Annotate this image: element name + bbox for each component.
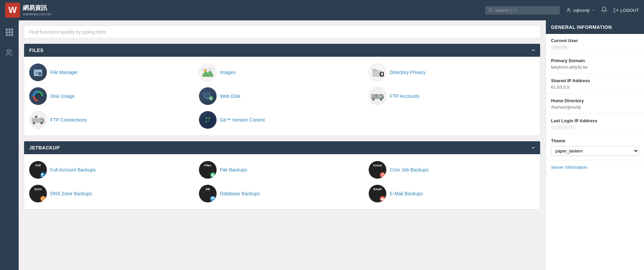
svg-point-77 [211,197,215,199]
disk-usage-link[interactable]: Disk Usage [50,93,75,99]
list-item[interactable]: Git™ Version Control [199,111,365,129]
ftp-connections-icon [29,111,47,129]
svg-marker-39 [380,94,384,96]
svg-marker-48 [40,118,44,120]
files-collapse-button[interactable]: − [532,47,535,53]
list-item[interactable]: Zone DNS Zone Backups [29,185,196,202]
svg-rect-29 [204,93,210,97]
svg-point-42 [373,99,374,100]
search-input[interactable] [495,8,556,13]
list-item[interactable]: Email E-Mail Backups [369,185,535,202]
svg-rect-10 [34,69,38,71]
email-backup-icon: Email [369,185,386,202]
sidebar-item-users[interactable] [3,46,16,59]
right-panel-title: GENERAL INFORMATION [546,20,644,34]
email-backup-link[interactable]: E-Mail Backups [390,191,423,196]
git-icon [199,111,217,129]
right-panel: GENERAL INFORMATION Current User cqhnvnj… [546,20,644,270]
theme-label: Theme [551,138,639,143]
svg-point-60 [205,121,207,123]
ftp-connections-link[interactable]: FTP Connections [50,117,87,123]
jetbackup-section-header: JETBACKUP − [24,141,540,154]
server-info-section: Server Information [546,160,644,174]
git-link[interactable]: Git™ Version Control [220,117,265,123]
jetbackup-section-body: Full Full Account Backups Files [24,154,540,209]
dns-backup-link[interactable]: DNS Zone Backups [50,191,92,196]
files-section: FILES − [24,43,540,136]
jetbackup-section-title: JETBACKUP [29,145,60,150]
cron-backup-link[interactable]: Cron Job Backups [390,167,428,173]
svg-line-3 [492,11,492,12]
ftp-accounts-link[interactable]: FTP Accounts [390,93,419,99]
primary-domain-label: Primary Domain [551,58,639,63]
list-item[interactable]: Disk Usage [29,87,196,105]
svg-text:W: W [8,5,17,15]
disk-usage-icon [29,87,47,105]
logout-label: LOGOUT [620,8,639,13]
info-theme: Theme paper_lantern [546,134,644,160]
list-item[interactable]: FTP Connections [29,111,196,129]
list-item[interactable]: Crons Cron Job Backups [369,161,535,179]
jetbackup-collapse-button[interactable]: − [532,145,535,151]
directory-privacy-icon [369,64,386,81]
server-info-link[interactable]: Server Information [551,165,587,170]
dns-backup-icon: Zone [29,185,47,202]
info-shared-ip: Shared IP Address 61.63.3.5 [546,74,644,94]
db-backup-link[interactable]: Database Backups [220,191,260,196]
svg-rect-40 [380,96,382,98]
file-manager-icon [29,64,47,81]
current-user-value: cqhnvnjl [551,44,639,50]
full-backup-icon: Full [29,161,47,179]
files-section-body: File Manager Images [24,57,540,136]
search-box[interactable] [485,6,560,15]
list-item[interactable]: FTP Accounts [369,87,535,105]
images-link[interactable]: Images [220,70,236,75]
logout-button[interactable]: LOGOUT [613,7,639,13]
list-item[interactable]: Images [199,64,365,81]
home-dir-value: /home/cqhnvnjl [551,105,639,110]
bell-icon [601,6,607,13]
theme-select[interactable]: paper_lantern [551,146,639,156]
svg-point-2 [489,8,492,11]
files-section-header: FILES − [24,44,540,57]
jetbackup-section: JETBACKUP − Full Full Account Backups [24,141,540,210]
sidebar-item-grid[interactable] [3,25,16,39]
list-item[interactable]: Files File Backups [199,161,365,179]
list-item[interactable]: Directory Privacy [369,64,535,81]
shared-ip-value: 61.63.3.5 [551,85,639,90]
file-manager-link[interactable]: File Manager [50,70,78,75]
info-primary-domain: Primary Domain fairyhorn.why3s.tw [546,54,644,74]
web-disk-link[interactable]: Web Disk [220,93,240,99]
svg-rect-11 [35,72,41,73]
ftp-accounts-icon [369,87,386,105]
grid-icon [6,29,13,36]
svg-rect-25 [381,74,383,76]
file-backup-link[interactable]: File Backups [220,167,247,173]
svg-rect-31 [205,98,209,99]
main-layout: FILES − [0,20,644,270]
list-item[interactable]: DB Database Backups [199,185,365,202]
svg-rect-16 [40,73,41,74]
list-item[interactable]: ● Web Disk [199,87,365,105]
user-icon [566,7,571,13]
list-item[interactable]: Full Full Account Backups [29,161,196,179]
header-right: cqhnvnjl LOGOUT [485,6,639,15]
primary-domain-value: fairyhorn.why3s.tw [551,65,639,70]
svg-point-59 [208,117,210,119]
user-menu[interactable]: cqhnvnjl [566,7,595,13]
logo-area: W 網易資訊 wanteasy.com.tw [5,3,51,18]
chevron-down-icon [591,8,595,12]
svg-rect-37 [371,94,380,99]
username: cqhnvnjl [573,8,589,13]
svg-rect-49 [40,120,42,122]
files-section-title: FILES [29,48,43,53]
full-backup-link[interactable]: Full Account Backups [50,167,96,173]
directory-privacy-link[interactable]: Directory Privacy [390,70,426,75]
search-icon [489,8,493,13]
svg-point-7 [10,50,12,52]
list-item[interactable]: File Manager [29,64,196,81]
quick-search-input[interactable] [24,25,540,38]
notifications-bell[interactable] [601,6,607,14]
svg-point-6 [7,50,10,52]
svg-point-57 [203,115,213,125]
